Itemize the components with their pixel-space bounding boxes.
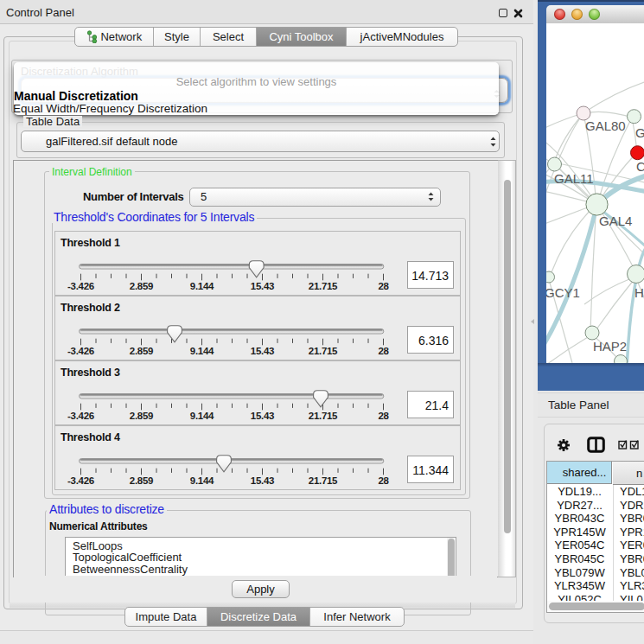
svg-text:GAL4: GAL4 [599,214,632,228]
svg-text:H: H [634,285,644,300]
svg-text:2.859: 2.859 [130,346,153,356]
svg-text:21.715: 21.715 [309,411,338,421]
svg-text:G.: G. [635,125,644,140]
svg-text:15.43: 15.43 [251,475,274,486]
svg-text:21.715: 21.715 [309,346,338,356]
svg-text:2.859: 2.859 [130,475,153,486]
svg-text:GAL80: GAL80 [585,118,626,133]
svg-text:HAP2: HAP2 [593,339,627,354]
svg-text:28: 28 [378,346,389,356]
svg-text:15.43: 15.43 [251,346,274,356]
svg-text:28: 28 [378,411,389,421]
svg-text:-3.426: -3.426 [67,411,94,421]
svg-text:C: C [636,159,644,174]
svg-text:28: 28 [378,475,389,486]
svg-text:15.43: 15.43 [251,411,274,421]
svg-text:9.144: 9.144 [190,475,214,486]
svg-text:-3.426: -3.426 [67,475,94,486]
svg-text:-3.426: -3.426 [67,281,94,291]
svg-text:2.859: 2.859 [130,411,153,421]
svg-text:-3.426: -3.426 [67,346,94,356]
svg-text:28: 28 [378,281,389,291]
svg-text:2.859: 2.859 [130,281,153,291]
svg-text:21.715: 21.715 [309,475,338,486]
svg-text:15.43: 15.43 [251,281,274,291]
svg-text:21.715: 21.715 [309,281,338,291]
svg-text:GAL11: GAL11 [554,171,594,186]
svg-text:GCY1: GCY1 [546,285,580,300]
svg-text:9.144: 9.144 [190,281,214,291]
svg-text:9.144: 9.144 [190,346,214,356]
svg-text:9.144: 9.144 [190,411,214,421]
